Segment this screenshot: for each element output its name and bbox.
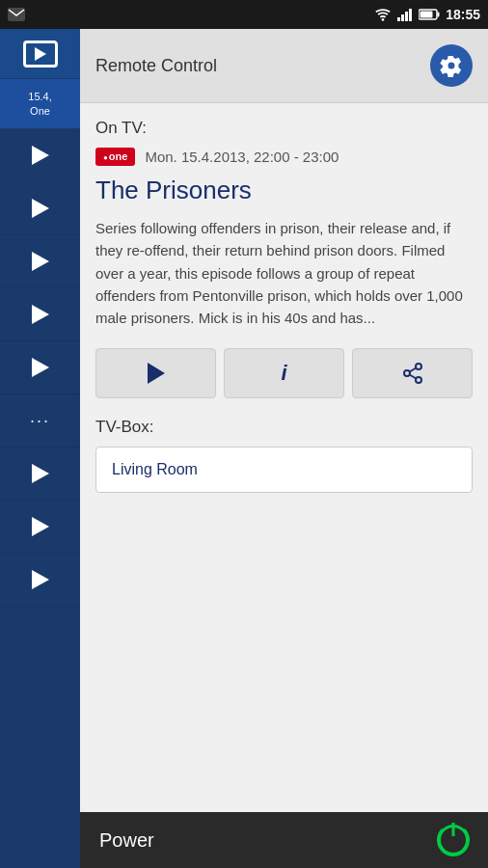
wifi-icon — [374, 8, 392, 21]
play-icon-1 — [32, 146, 49, 165]
status-left-icons — [8, 8, 25, 21]
on-tv-label: On TV: — [95, 119, 473, 138]
svg-rect-4 — [405, 12, 408, 21]
show-title: The Prisoners — [95, 176, 473, 205]
play-icon-4 — [32, 305, 49, 324]
sidebar-btn-8[interactable] — [0, 554, 80, 607]
svg-rect-3 — [401, 14, 404, 21]
sidebar-btn-7[interactable] — [0, 501, 80, 554]
svg-rect-7 — [438, 13, 440, 17]
show-description: Series following offenders in prison, th… — [95, 217, 473, 329]
app-logo-icon — [23, 41, 58, 68]
svg-line-12 — [409, 375, 416, 379]
power-bar: Power — [80, 812, 488, 868]
power-button[interactable] — [438, 825, 469, 855]
battery-icon — [419, 9, 440, 20]
action-buttons: i — [95, 348, 473, 398]
gmail-icon — [8, 8, 25, 21]
play-icon-7 — [32, 517, 49, 536]
sidebar-btn-4[interactable] — [0, 288, 80, 341]
svg-rect-5 — [409, 9, 412, 21]
svg-point-10 — [404, 370, 410, 376]
remote-header: Remote Control — [80, 29, 488, 103]
info-icon: i — [281, 361, 286, 386]
channel-info[interactable]: 15.4, One — [0, 79, 80, 129]
status-right-icons: 18:55 — [374, 7, 480, 22]
broadcast-row: ●one Mon. 15.4.2013, 22:00 - 23:00 — [95, 148, 473, 166]
svg-line-13 — [409, 368, 416, 372]
play-icon-3 — [32, 252, 49, 271]
channel-line1: 15.4, — [28, 90, 51, 103]
play-icon-8 — [32, 570, 49, 589]
dots-icon: ··· — [30, 411, 50, 431]
sidebar-btn-3[interactable] — [0, 235, 80, 288]
svg-rect-2 — [397, 17, 400, 21]
gear-icon — [440, 54, 463, 77]
play-button[interactable] — [95, 348, 216, 398]
channel-line2: One — [30, 104, 50, 118]
signal-icon — [397, 8, 413, 21]
power-label: Power — [99, 829, 154, 852]
sidebar-btn-6[interactable] — [0, 448, 80, 501]
play-icon-5 — [32, 358, 49, 377]
sidebar-btn-dots[interactable]: ··· — [0, 394, 80, 448]
content-area: Remote Control On TV: ●one Mon. 15.4.201… — [80, 29, 488, 868]
settings-button[interactable] — [430, 44, 473, 87]
share-button[interactable] — [352, 348, 473, 398]
status-bar: 18:55 — [0, 0, 488, 29]
info-button[interactable]: i — [224, 348, 344, 398]
tvbox-selected: Living Room — [112, 461, 198, 478]
content-scroll: On TV: ●one Mon. 15.4.2013, 22:00 - 23:0… — [80, 103, 488, 812]
sidebar-btn-5[interactable] — [0, 341, 80, 394]
broadcast-time: Mon. 15.4.2013, 22:00 - 23:00 — [145, 149, 339, 165]
tvbox-select[interactable]: Living Room — [95, 447, 473, 493]
svg-point-9 — [416, 364, 421, 369]
tvbox-label: TV-Box: — [95, 418, 473, 437]
sidebar-btn-2[interactable] — [0, 182, 80, 235]
play-icon — [148, 363, 165, 384]
sidebar: 15.4, One ··· — [0, 29, 80, 868]
play-icon-6 — [32, 464, 49, 483]
sidebar-logo[interactable] — [0, 29, 80, 79]
channel-badge: ●one — [95, 148, 135, 166]
svg-rect-0 — [8, 8, 25, 21]
play-icon-2 — [32, 199, 49, 218]
sidebar-btn-1[interactable] — [0, 129, 80, 182]
svg-point-1 — [382, 18, 385, 21]
status-time: 18:55 — [446, 7, 480, 22]
svg-rect-8 — [420, 12, 433, 18]
remote-title: Remote Control — [95, 56, 217, 76]
share-icon — [401, 362, 424, 385]
svg-point-11 — [416, 377, 421, 383]
